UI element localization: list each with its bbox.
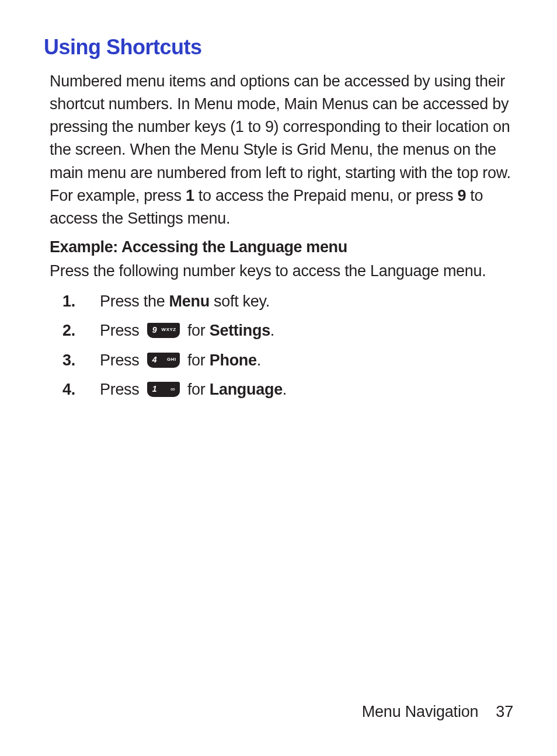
key-9-icon: 9WXYZ bbox=[147, 323, 180, 338]
step-4-mid: for bbox=[183, 381, 210, 398]
step-4: Press 1∞ for Language. bbox=[50, 378, 513, 402]
key-9-num: 9 bbox=[152, 324, 157, 336]
intro-text-2: to access the Prepaid menu, or press bbox=[194, 187, 458, 204]
key-4-letters: GHI bbox=[167, 356, 176, 363]
step-4-bold: Language bbox=[210, 381, 283, 398]
instruction-text: Press the following number keys to acces… bbox=[50, 262, 513, 280]
step-1-pre: Press the bbox=[100, 292, 169, 310]
page-footer: Menu Navigation37 bbox=[362, 703, 513, 721]
step-2: Press 9WXYZ for Settings. bbox=[50, 319, 513, 343]
step-3-post: . bbox=[257, 351, 261, 369]
key-1-icon: 1∞ bbox=[147, 382, 180, 397]
step-1: Press the Menu soft key. bbox=[50, 290, 513, 313]
footer-page-number: 37 bbox=[496, 703, 513, 720]
step-2-mid: for bbox=[183, 322, 210, 339]
steps-list: Press the Menu soft key. Press 9WXYZ for… bbox=[50, 290, 513, 402]
intro-bold-2: 9 bbox=[457, 187, 466, 204]
step-2-pre: Press bbox=[100, 322, 144, 339]
intro-paragraph: Numbered menu items and options can be a… bbox=[50, 70, 513, 230]
key-4-num: 4 bbox=[152, 354, 157, 366]
page-heading: Using Shortcuts bbox=[44, 35, 513, 60]
key-1-num: 1 bbox=[152, 383, 157, 395]
footer-section: Menu Navigation bbox=[362, 703, 479, 720]
step-2-post: . bbox=[270, 322, 274, 339]
step-3-pre: Press bbox=[100, 351, 144, 369]
key-9-letters: WXYZ bbox=[162, 326, 176, 333]
step-3-bold: Phone bbox=[210, 351, 257, 369]
intro-text-1: Numbered menu items and options can be a… bbox=[50, 72, 511, 204]
step-1-post: soft key. bbox=[210, 292, 270, 310]
step-4-pre: Press bbox=[100, 381, 144, 398]
example-subheading: Example: Accessing the Language menu bbox=[50, 238, 513, 256]
step-3: Press 4GHI for Phone. bbox=[50, 349, 513, 372]
intro-bold-1: 1 bbox=[186, 187, 194, 204]
step-1-bold: Menu bbox=[169, 292, 210, 310]
step-2-bold: Settings bbox=[210, 322, 270, 339]
step-4-post: . bbox=[283, 381, 287, 398]
step-3-mid: for bbox=[183, 351, 210, 369]
key-1-sym: ∞ bbox=[170, 384, 175, 394]
key-4-icon: 4GHI bbox=[147, 353, 180, 368]
